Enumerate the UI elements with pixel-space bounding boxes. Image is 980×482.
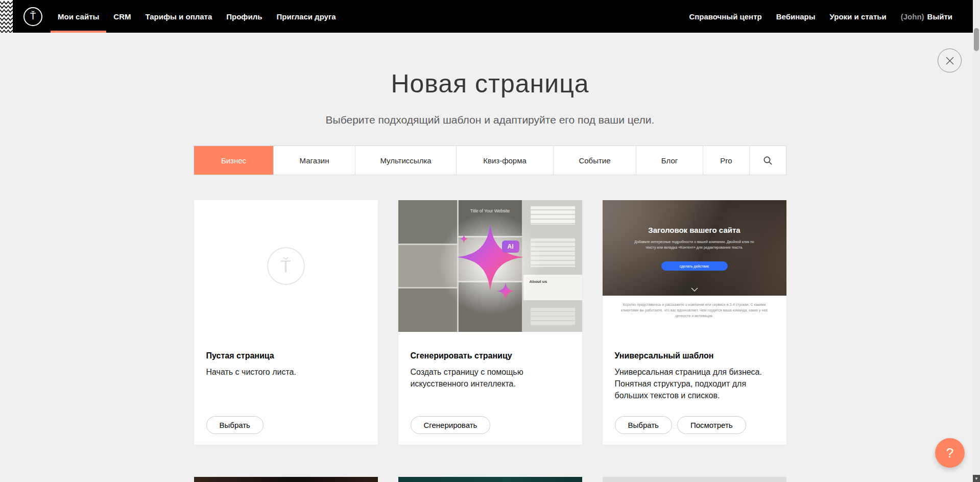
chevron-down-icon (691, 287, 698, 292)
tab-event[interactable]: Событие (553, 146, 636, 175)
select-blank-button[interactable]: Выбрать (206, 416, 264, 434)
nav-item-profile[interactable]: Профиль (219, 0, 269, 33)
card-buttons: Сгенерировать (411, 416, 491, 434)
blank-card-preview[interactable]: Ť (194, 200, 378, 332)
template-card-ai: Title of Your Website About us (398, 200, 582, 445)
card-buttons: Выбрать (206, 416, 264, 434)
tab-blog[interactable]: Блог (636, 146, 703, 175)
hero-heading: Заголовок вашего сайта (603, 200, 786, 234)
template-cards-grid: Ť Пустая страница Начать с чистого листа… (194, 200, 786, 482)
ai-sparkle-icon (457, 224, 524, 301)
page-subtitle: Выберите подходящий шаблон и адаптируйте… (0, 111, 980, 128)
hero-cta-button: сделать действие (661, 261, 728, 271)
question-mark-icon: ? (946, 445, 953, 461)
nav-item-lessons[interactable]: Уроки и статьи (823, 0, 894, 33)
universal-card-preview[interactable]: Заголовок вашего сайта Добавьте интересн… (603, 200, 786, 332)
tilda-logo-glyph: Ť (30, 11, 36, 22)
scrollbar-thumb[interactable] (974, 28, 979, 51)
card-buttons: Выбрать Посмотреть (615, 416, 746, 434)
template-search-button[interactable] (749, 146, 786, 175)
hero-subtext: Добавьте интересные подробности о вашей … (631, 239, 758, 250)
card-description: Универсальная страница для бизнеса. Поня… (615, 366, 774, 402)
tab-store[interactable]: Магазин (273, 146, 355, 175)
template-body-preview: Коротко представьтесь и расскажите о ком… (603, 296, 786, 332)
top-navbar: Ť Мои сайты CRM Тарифы и оплата Профиль … (0, 0, 980, 33)
ai-card-preview[interactable]: Title of Your Website About us (398, 200, 582, 332)
zigzag-pattern-decoration (0, 0, 13, 33)
card-title: Пустая страница (206, 351, 366, 360)
help-button[interactable]: ? (935, 438, 965, 468)
nav-item-tariffs[interactable]: Тарифы и оплата (138, 0, 219, 33)
card-body: Универсальный шаблон Универсальная стран… (603, 332, 786, 402)
template-hero-preview: Заголовок вашего сайта Добавьте интересн… (603, 200, 786, 296)
card-body: Пустая страница Начать с чистого листа. (194, 332, 378, 378)
scrollbar-down-arrow[interactable]: ▼ (973, 475, 980, 482)
generate-page-button[interactable]: Сгенерировать (411, 416, 491, 434)
tab-pro[interactable]: Pro (703, 146, 749, 175)
close-button[interactable] (938, 49, 962, 73)
template-card-partial[interactable] (398, 477, 582, 482)
nav-item-crm[interactable]: CRM (106, 0, 138, 33)
tab-quiz-form[interactable]: Квиз-форма (456, 146, 553, 175)
zigzag-icon (0, 0, 13, 33)
nav-item-help-center[interactable]: Справочный центр (682, 0, 769, 33)
new-page-dialog: Новая страница Выберите подходящий шабло… (0, 33, 980, 482)
card-title: Сгенерировать страницу (411, 351, 570, 360)
page-title: Новая страница (0, 68, 980, 99)
card-body: Сгенерировать страницу Создать страницу … (398, 332, 582, 390)
ai-badge: AI (502, 240, 519, 253)
preview-universal-button[interactable]: Посмотреть (677, 416, 746, 434)
vertical-scrollbar[interactable]: ▼ (973, 0, 980, 482)
search-icon (763, 156, 773, 165)
select-universal-button[interactable]: Выбрать (615, 416, 672, 434)
nav-item-my-sites[interactable]: Мои сайты (51, 0, 106, 33)
nav-item-logout[interactable]: (John) Выйти (894, 0, 960, 33)
close-icon (945, 56, 954, 65)
template-card-universal: Заголовок вашего сайта Добавьте интересн… (603, 200, 786, 445)
card-description: Начать с чистого листа. (206, 366, 366, 378)
tilda-watermark-icon: Ť (267, 247, 305, 285)
navbar-right-group: Справочный центр Вебинары Уроки и статьи… (682, 0, 960, 33)
card-title: Универсальный шаблон (615, 351, 774, 360)
tab-multilink[interactable]: Мультиссылка (355, 146, 456, 175)
template-category-tabs: Бизнес Магазин Мультиссылка Квиз-форма С… (194, 146, 786, 175)
nav-item-webinars[interactable]: Вебинары (769, 0, 823, 33)
nav-item-invite-friend[interactable]: Пригласи друга (269, 0, 343, 33)
template-card-blank: Ť Пустая страница Начать с чистого листа… (194, 200, 378, 445)
tab-business[interactable]: Бизнес (194, 146, 273, 175)
tilda-logo[interactable]: Ť (23, 7, 42, 26)
preview-body-text: Коротко представьтесь и расскажите о ком… (618, 302, 771, 319)
card-description: Создать страницу с помощью искусственног… (411, 366, 570, 390)
template-card-partial[interactable] (603, 477, 786, 482)
template-card-partial[interactable] (194, 477, 378, 482)
logout-label: Выйти (927, 12, 952, 21)
user-name: (John) (901, 12, 924, 21)
